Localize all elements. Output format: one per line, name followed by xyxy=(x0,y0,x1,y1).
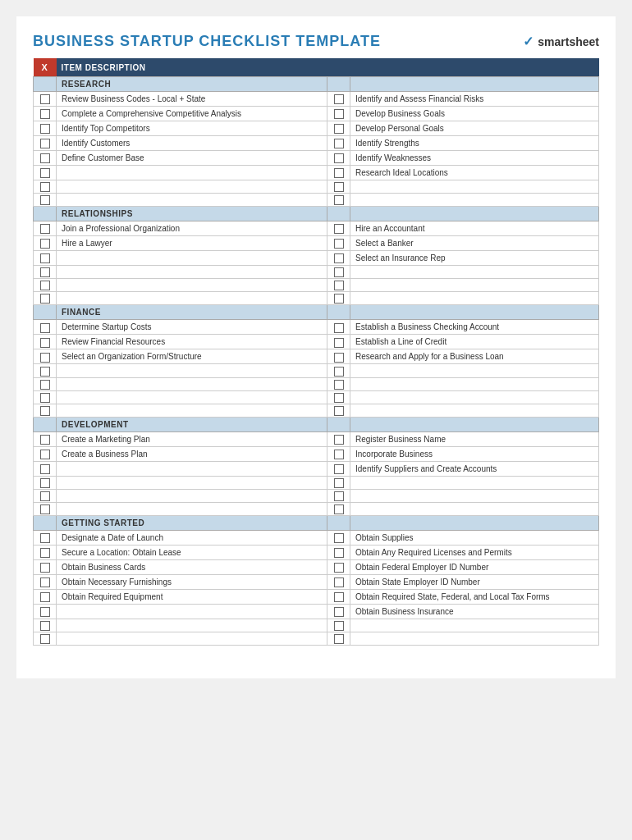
checkbox-right[interactable] xyxy=(327,476,350,489)
item-right-text: Select a Banker xyxy=(350,236,599,251)
checkbox-right[interactable] xyxy=(327,605,350,619)
checkbox-left[interactable] xyxy=(34,266,57,279)
section-header-row: RESEARCH xyxy=(34,77,599,92)
checkbox-right[interactable] xyxy=(327,236,350,251)
checkbox-left[interactable] xyxy=(34,335,57,349)
checkbox-right[interactable] xyxy=(327,461,350,476)
item-right-text: Obtain Required State, Federal, and Loca… xyxy=(350,590,599,605)
checkbox-right[interactable] xyxy=(327,92,350,107)
checkbox-left[interactable] xyxy=(34,180,57,194)
checkbox-right[interactable] xyxy=(327,546,350,560)
table-row xyxy=(34,364,599,377)
checkbox-left[interactable] xyxy=(34,531,57,546)
item-left-text: Identify Top Competitors xyxy=(57,121,327,136)
section-header-row: FINANCE xyxy=(34,305,599,320)
checkbox-left[interactable] xyxy=(34,221,57,236)
item-right-text: Research and Apply for a Business Loan xyxy=(350,349,599,364)
checkbox-left[interactable] xyxy=(34,236,57,251)
table-row: Determine Startup Costs Establish a Busi… xyxy=(34,320,599,335)
checkbox-right[interactable] xyxy=(327,531,350,546)
checkbox-right[interactable] xyxy=(327,560,350,575)
col-header-x: X xyxy=(34,58,57,77)
item-right-text: Identify Strengths xyxy=(350,136,599,151)
item-right-text: Register Business Name xyxy=(350,431,599,446)
section-header-x-cell xyxy=(34,516,57,531)
checkbox-left[interactable] xyxy=(34,546,57,560)
checkbox-right[interactable] xyxy=(327,180,350,194)
checkbox-right[interactable] xyxy=(327,632,350,646)
checkbox-left[interactable] xyxy=(34,92,57,107)
checkbox-right[interactable] xyxy=(327,489,350,502)
checkbox-left[interactable] xyxy=(34,136,57,151)
table-row: Designate a Date of Launch Obtain Suppli… xyxy=(34,531,599,546)
checkbox-left[interactable] xyxy=(34,390,57,404)
checkbox-left[interactable] xyxy=(34,292,57,305)
checkbox-right[interactable] xyxy=(327,431,350,446)
checkbox-right[interactable] xyxy=(327,349,350,364)
checkbox-left[interactable] xyxy=(34,320,57,335)
checkbox-left[interactable] xyxy=(34,503,57,516)
checkbox-right[interactable] xyxy=(327,221,350,236)
checkbox-left[interactable] xyxy=(34,121,57,136)
checkbox-right[interactable] xyxy=(327,590,350,605)
checkbox-right[interactable] xyxy=(327,320,350,335)
checkbox-left[interactable] xyxy=(34,446,57,461)
checkbox-left[interactable] xyxy=(34,605,57,619)
table-row xyxy=(34,632,599,646)
item-left-text xyxy=(57,166,327,180)
checkbox-left[interactable] xyxy=(34,279,57,292)
section-header-x-cell xyxy=(34,305,57,320)
checkbox-right[interactable] xyxy=(327,266,350,279)
checkbox-right[interactable] xyxy=(327,279,350,292)
checkbox-right[interactable] xyxy=(327,151,350,166)
checkbox-left[interactable] xyxy=(34,590,57,605)
checkbox-left[interactable] xyxy=(34,166,57,180)
checkbox-right[interactable] xyxy=(327,136,350,151)
checkbox-left[interactable] xyxy=(34,194,57,207)
checkbox-right[interactable] xyxy=(327,335,350,349)
item-left-text: Create a Marketing Plan xyxy=(57,431,327,446)
item-left-text: Obtain Required Equipment xyxy=(57,590,327,605)
section-header-x-cell xyxy=(34,207,57,221)
checkbox-right[interactable] xyxy=(327,251,350,266)
checkbox-right[interactable] xyxy=(327,377,350,390)
checkbox-right[interactable] xyxy=(327,503,350,516)
table-row: Create a Business Plan Incorporate Busin… xyxy=(34,446,599,461)
checkbox-right[interactable] xyxy=(327,390,350,404)
checkbox-right[interactable] xyxy=(327,404,350,417)
checkbox-right[interactable] xyxy=(327,107,350,121)
section-header-x-cell xyxy=(34,77,57,92)
checkbox-right[interactable] xyxy=(327,166,350,180)
section-header-left: RELATIONSHIPS xyxy=(57,207,327,221)
table-row: Obtain Business Insurance xyxy=(34,605,599,619)
checkbox-left[interactable] xyxy=(34,476,57,489)
checkbox-left[interactable] xyxy=(34,251,57,266)
table-row: Secure a Location: Obtain Lease Obtain A… xyxy=(34,546,599,560)
checkbox-right[interactable] xyxy=(327,292,350,305)
checkbox-left[interactable] xyxy=(34,431,57,446)
checkbox-right[interactable] xyxy=(327,619,350,632)
item-left-text xyxy=(57,279,327,292)
checkbox-left[interactable] xyxy=(34,632,57,646)
checkbox-left[interactable] xyxy=(34,151,57,166)
checkbox-left[interactable] xyxy=(34,560,57,575)
checkbox-left[interactable] xyxy=(34,404,57,417)
checkbox-left[interactable] xyxy=(34,489,57,502)
checkbox-right[interactable] xyxy=(327,364,350,377)
checkbox-right[interactable] xyxy=(327,575,350,590)
checkbox-left[interactable] xyxy=(34,377,57,390)
table-row xyxy=(34,377,599,390)
checkbox-right[interactable] xyxy=(327,446,350,461)
checkbox-right[interactable] xyxy=(327,194,350,207)
page-title: BUSINESS STARTUP CHECKLIST TEMPLATE xyxy=(33,33,381,50)
checkbox-left[interactable] xyxy=(34,461,57,476)
checkbox-left[interactable] xyxy=(34,349,57,364)
checkbox-left[interactable] xyxy=(34,619,57,632)
checkbox-left[interactable] xyxy=(34,107,57,121)
checkbox-left[interactable] xyxy=(34,575,57,590)
checkbox-right[interactable] xyxy=(327,121,350,136)
item-right-text xyxy=(350,476,599,489)
item-left-text: Review Financial Resources xyxy=(57,335,327,349)
checkbox-left[interactable] xyxy=(34,364,57,377)
item-left-text: Designate a Date of Launch xyxy=(57,531,327,546)
